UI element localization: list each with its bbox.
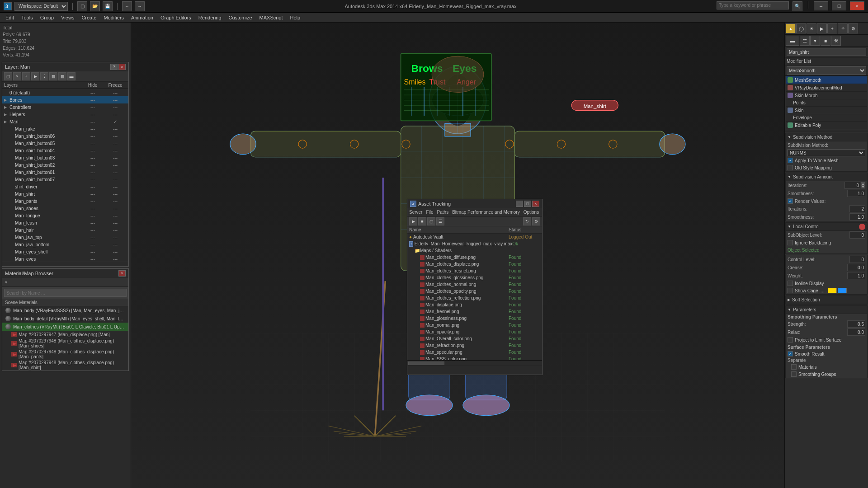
material-item[interactable]: Man_clothes (VRayMtl) [Bip01 L Clavicle,… — [2, 323, 128, 331]
layer-item[interactable]: Man_shoes------ — [2, 205, 128, 212]
layer-freeze-cell[interactable]: --- — [104, 98, 127, 103]
asset-row[interactable]: Man_glossiness.png Found — [407, 315, 542, 322]
mod-skin-morph[interactable]: Skin Morph — [786, 92, 867, 99]
maximize-btn[interactable]: □ — [832, 1, 846, 10]
asset-menu-server[interactable]: Server — [409, 210, 422, 215]
layer-item[interactable]: Man_shirt_button02------ — [2, 161, 128, 169]
utilities-btn[interactable]: ⚒ — [831, 36, 841, 46]
create-geometry-btn[interactable]: ▲ — [786, 23, 796, 33]
map-item[interactable]: Map #2070297948 (Man_clothes_displace.pn… — [2, 338, 128, 349]
layer-hide-cell[interactable]: --- — [81, 163, 104, 168]
layer-hide-cell[interactable]: --- — [81, 112, 104, 117]
layer-hide-cell[interactable]: --- — [81, 177, 104, 182]
layer-scrollbar[interactable] — [2, 261, 128, 266]
layer-btn5[interactable]: ⋮ — [40, 72, 48, 80]
layer-hide-cell[interactable]: --- — [81, 98, 104, 103]
layer-item[interactable]: Man_rake------ — [2, 125, 128, 132]
asset-row[interactable]: Man_SSS_color.png Found — [407, 356, 542, 360]
workspace-dropdown[interactable]: Workspace: DefaultWorkspace: Default — [14, 2, 68, 11]
apply-whole-mesh-checkbox[interactable] — [788, 158, 793, 163]
control-level-input[interactable] — [849, 256, 865, 263]
material-close-btn[interactable]: × — [118, 270, 126, 277]
asset-tb3[interactable]: ▢ — [427, 217, 435, 225]
layer-freeze-cell[interactable]: --- — [104, 242, 127, 247]
motion-btn[interactable]: ▼ — [810, 36, 820, 46]
subdivision-method-select[interactable]: NURMS — [788, 149, 865, 156]
layer-item[interactable]: Man_shirt_button07------ — [2, 176, 128, 183]
relax-input[interactable] — [847, 328, 865, 336]
iterations-down[interactable]: ▼ — [861, 185, 865, 188]
mod-points[interactable]: Points — [786, 99, 867, 107]
modifier-dropdown[interactable]: MeshSmooth — [787, 66, 866, 75]
layer-add-btn[interactable]: ▢ — [4, 72, 12, 80]
asset-close-btn[interactable]: × — [532, 201, 539, 207]
asset-row[interactable]: 📁 Maps / Shaders — [407, 247, 542, 254]
smooth-result-checkbox[interactable] — [788, 351, 793, 357]
material-item[interactable]: Man_body_detail (VRayMtl) [Man_eyes_shel… — [2, 314, 128, 323]
layer-hide-cell[interactable]: --- — [81, 90, 104, 95]
asset-menu-options[interactable]: Options — [524, 210, 539, 215]
asset-tb1[interactable]: ▶ — [409, 217, 417, 225]
layer-hide-cell[interactable]: --- — [81, 249, 104, 254]
layer-freeze-cell[interactable]: --- — [104, 134, 127, 139]
layer-item[interactable]: Man_shirt_button04------ — [2, 147, 128, 154]
asset-row[interactable]: Man_specular.png Found — [407, 349, 542, 356]
layer-btn6[interactable]: ▩ — [49, 72, 57, 80]
search-btn[interactable]: 🔍 — [793, 1, 802, 11]
layer-add-obj-btn[interactable]: + — [22, 72, 30, 80]
asset-scrollbar[interactable] — [407, 360, 542, 366]
layer-hide-cell[interactable]: --- — [81, 155, 104, 160]
hierarchy-btn[interactable]: ☷ — [800, 36, 810, 46]
save-btn[interactable]: 💾 — [103, 1, 113, 11]
layer-item[interactable]: Man_jaw_bottom------ — [2, 241, 128, 248]
isoline-row[interactable]: Isoline Display — [786, 280, 867, 287]
layer-hide-cell[interactable]: --- — [81, 213, 104, 218]
weight-input[interactable] — [847, 272, 865, 279]
layer-freeze-cell[interactable]: --- — [104, 148, 127, 153]
map-item[interactable]: Map #2070297948 (Man_clothes_displace.pn… — [2, 360, 128, 371]
layer-item[interactable]: Man_pants------ — [2, 197, 128, 205]
layer-item[interactable]: 0 (default)------ — [2, 89, 128, 96]
asset-row[interactable]: Man_clothes_normal.png Found — [407, 281, 542, 288]
layer-item[interactable]: Man_tongue------ — [2, 212, 128, 219]
layer-hide-cell[interactable]: --- — [81, 127, 104, 131]
asset-row[interactable]: Man_normal.png Found — [407, 322, 542, 328]
render-values-checkbox[interactable] — [788, 198, 793, 204]
layer-freeze-cell[interactable]: --- — [104, 221, 127, 225]
layer-freeze-cell[interactable]: --- — [104, 163, 127, 168]
asset-row[interactable]: f Elderly_Man_Homewear_Rigged_max_vray.m… — [407, 240, 542, 247]
asset-row[interactable]: Man_Overall_color.png Found — [407, 335, 542, 342]
create-helper-btn[interactable]: + — [827, 23, 837, 33]
layer-hide-cell[interactable]: --- — [81, 206, 104, 211]
layer-item[interactable]: Man_jaw_top------ — [2, 234, 128, 241]
layer-hide-cell[interactable]: --- — [81, 119, 104, 124]
layer-item[interactable]: Man_shirt_button06------ — [2, 132, 128, 140]
layer-freeze-cell[interactable]: --- — [104, 127, 127, 131]
layer-item[interactable]: ▶Man---✓ — [2, 118, 128, 125]
layer-help-btn[interactable]: ? — [110, 64, 118, 70]
asset-tb2[interactable]: ■ — [418, 217, 426, 225]
old-style-mapping-checkbox[interactable] — [788, 165, 793, 170]
layer-item[interactable]: Man_shirt_button03------ — [2, 154, 128, 161]
layer-hide-cell[interactable]: --- — [81, 257, 104, 261]
layer-freeze-cell[interactable]: --- — [104, 105, 127, 110]
layer-hide-cell[interactable]: --- — [81, 242, 104, 247]
layer-freeze-cell[interactable]: --- — [104, 249, 127, 254]
layer-freeze-cell[interactable]: --- — [104, 228, 127, 233]
layer-item[interactable]: Man_shirt------ — [2, 190, 128, 197]
layer-freeze-cell[interactable]: --- — [104, 199, 127, 204]
create-system-btn[interactable]: ⚙ — [848, 23, 858, 33]
show-cage-checkbox[interactable] — [788, 288, 793, 293]
create-spacewarp-btn[interactable]: ☥ — [838, 23, 848, 33]
asset-menu-file[interactable]: File — [426, 210, 433, 215]
smoothing-groups-checkbox[interactable] — [791, 371, 797, 377]
asset-row[interactable]: Man_clothes_opacity.png Found — [407, 288, 542, 295]
asset-settings-btn[interactable]: ⚙ — [532, 217, 540, 225]
layer-hide-cell[interactable]: --- — [81, 228, 104, 233]
layer-freeze-cell[interactable]: --- — [104, 192, 127, 197]
layer-hide-cell[interactable]: --- — [81, 170, 104, 175]
modify-btn[interactable]: ▬ — [786, 36, 799, 46]
subdivision-header[interactable]: ▼ Subdivision Method — [786, 133, 867, 141]
layer-freeze-cell[interactable]: --- — [104, 90, 127, 95]
layer-item[interactable]: Man_hair------ — [2, 226, 128, 234]
